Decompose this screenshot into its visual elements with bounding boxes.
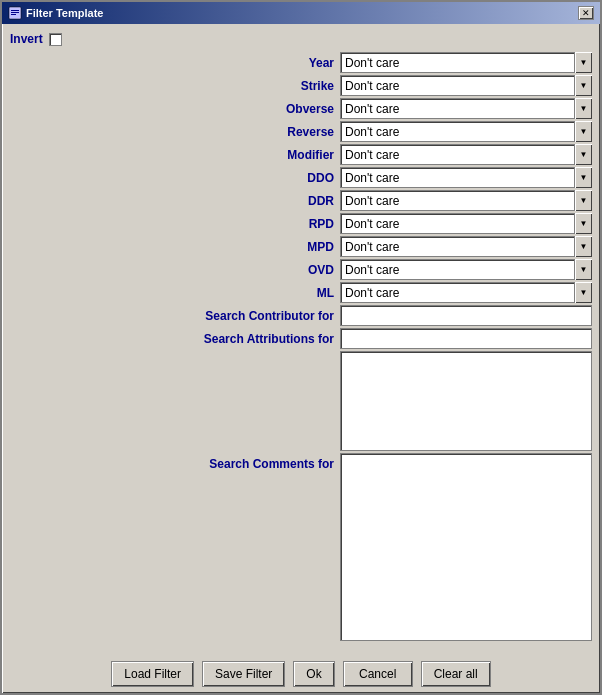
load-filter-button[interactable]: Load Filter (111, 661, 194, 687)
ddr-select[interactable]: Don't care (340, 190, 592, 211)
reverse-label: Reverse (10, 125, 340, 139)
mpd-select[interactable]: Don't care (340, 236, 592, 257)
window-title: Filter Template (26, 7, 103, 19)
reverse-select-wrapper: Don't care ▼ (340, 121, 592, 142)
ddr-label: DDR (10, 194, 340, 208)
year-row: Year Don't care ▼ (10, 52, 592, 73)
strike-label: Strike (10, 79, 340, 93)
ovd-select[interactable]: Don't care (340, 259, 592, 280)
ovd-label: OVD (10, 263, 340, 277)
comments-label: Search Comments for (10, 453, 340, 471)
obverse-row: Obverse Don't care ▼ (10, 98, 592, 119)
rpd-label: RPD (10, 217, 340, 231)
ml-label: ML (10, 286, 340, 300)
invert-label: Invert (10, 32, 43, 46)
modifier-row: Modifier Don't care ▼ (10, 144, 592, 165)
reverse-row: Reverse Don't care ▼ (10, 121, 592, 142)
window-icon (8, 6, 22, 20)
year-label: Year (10, 56, 340, 70)
year-select-wrapper: Don't care ▼ (340, 52, 592, 73)
content-area: Invert Year Don't care ▼ Strike Don't ca… (2, 24, 600, 653)
comments-textarea[interactable] (340, 453, 592, 641)
obverse-select-wrapper: Don't care ▼ (340, 98, 592, 119)
svg-rect-3 (11, 14, 16, 15)
attributions-row: Search Attributions for (10, 328, 592, 349)
reverse-select[interactable]: Don't care (340, 121, 592, 142)
strike-row: Strike Don't care ▼ (10, 75, 592, 96)
rpd-row: RPD Don't care ▼ (10, 213, 592, 234)
ddr-select-wrapper: Don't care ▼ (340, 190, 592, 211)
ml-select-wrapper: Don't care ▼ (340, 282, 592, 303)
title-bar: Filter Template ✕ (2, 2, 600, 24)
main-window: Filter Template ✕ Invert Year Don't care… (0, 0, 602, 695)
mpd-label: MPD (10, 240, 340, 254)
comments-row: Search Comments for (10, 453, 592, 641)
contributor-row: Search Contributor for (10, 305, 592, 326)
ml-row: ML Don't care ▼ (10, 282, 592, 303)
footer: Load Filter Save Filter Ok Cancel Clear … (2, 653, 600, 693)
ok-button[interactable]: Ok (293, 661, 334, 687)
cancel-button[interactable]: Cancel (343, 661, 413, 687)
svg-rect-1 (11, 10, 19, 11)
modifier-label: Modifier (10, 148, 340, 162)
attributions-label: Search Attributions for (10, 332, 340, 346)
ddr-row: DDR Don't care ▼ (10, 190, 592, 211)
strike-select-wrapper: Don't care ▼ (340, 75, 592, 96)
clear-all-button[interactable]: Clear all (421, 661, 491, 687)
strike-select[interactable]: Don't care (340, 75, 592, 96)
svg-rect-2 (11, 12, 19, 13)
close-button[interactable]: ✕ (578, 6, 594, 20)
ovd-select-wrapper: Don't care ▼ (340, 259, 592, 280)
ddo-row: DDO Don't care ▼ (10, 167, 592, 188)
invert-row: Invert (10, 32, 592, 46)
contributor-input[interactable] (340, 305, 592, 326)
ddo-label: DDO (10, 171, 340, 185)
attributions-textarea-row (10, 351, 592, 451)
mpd-select-wrapper: Don't care ▼ (340, 236, 592, 257)
mpd-row: MPD Don't care ▼ (10, 236, 592, 257)
ddo-select[interactable]: Don't care (340, 167, 592, 188)
rpd-select-wrapper: Don't care ▼ (340, 213, 592, 234)
obverse-select[interactable]: Don't care (340, 98, 592, 119)
ml-select[interactable]: Don't care (340, 282, 592, 303)
modifier-select-wrapper: Don't care ▼ (340, 144, 592, 165)
ovd-row: OVD Don't care ▼ (10, 259, 592, 280)
rpd-select[interactable]: Don't care (340, 213, 592, 234)
ddo-select-wrapper: Don't care ▼ (340, 167, 592, 188)
modifier-select[interactable]: Don't care (340, 144, 592, 165)
save-filter-button[interactable]: Save Filter (202, 661, 285, 687)
year-select[interactable]: Don't care (340, 52, 592, 73)
title-bar-left: Filter Template (8, 6, 103, 20)
attributions-textarea-label (10, 351, 340, 451)
invert-checkbox[interactable] (49, 33, 62, 46)
obverse-label: Obverse (10, 102, 340, 116)
attributions-textarea[interactable] (340, 351, 592, 451)
contributor-label: Search Contributor for (10, 309, 340, 323)
attributions-input[interactable] (340, 328, 592, 349)
